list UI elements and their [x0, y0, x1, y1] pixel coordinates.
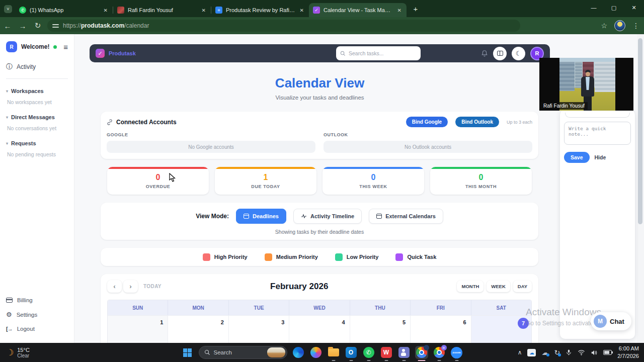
info-icon: ⓘ	[6, 62, 13, 71]
tab-close-icon[interactable]: ✕	[299, 8, 305, 13]
microphone-icon[interactable]	[566, 349, 572, 356]
calendar-cell-feb-3[interactable]: 3	[228, 315, 289, 343]
layout-toggle-button[interactable]	[493, 47, 507, 60]
stat-bar	[323, 167, 424, 169]
browser-menu-icon[interactable]: ⋮	[632, 22, 640, 30]
onedrive-icon[interactable]: ☁	[527, 349, 536, 356]
sidebar-menu-icon[interactable]: ≡	[63, 43, 68, 51]
view-mode-activity-timeline-button[interactable]: Activity Timeline	[293, 209, 362, 224]
browser-profile-avatar[interactable]	[614, 20, 625, 31]
user-avatar[interactable]: R	[6, 41, 17, 52]
tab-produtask-review[interactable]: ≡ Produtask Review by Rafi - Goo ✕	[211, 3, 309, 17]
taskbar-clock[interactable]: 6:00 AM 2/7/2026	[617, 345, 639, 360]
maximize-button[interactable]: ▢	[604, 0, 624, 15]
task-search[interactable]	[336, 46, 421, 60]
stat-card-due-today[interactable]: 1 DUE TODAY	[215, 167, 316, 195]
forward-icon[interactable]: →	[15, 22, 30, 30]
day-view-button[interactable]: DAY	[513, 281, 532, 292]
tab-calendar-view-active[interactable]: ✓ Calendar View - Task Manager ✕	[309, 3, 407, 17]
chat-bubble[interactable]: M Chat	[591, 312, 631, 330]
legend-item-medium: Medium Priority	[265, 253, 318, 261]
calendar-cell-feb-6[interactable]: 6	[410, 315, 470, 343]
sidebar-item-billing[interactable]: Billing	[6, 297, 68, 303]
week-view-button[interactable]: WEEK	[487, 281, 510, 292]
tab-rafi[interactable]: Rafi Fardin Yousuf ✕	[113, 3, 211, 17]
file-explorer-taskbar-icon[interactable]	[327, 346, 340, 359]
bookmark-star-icon[interactable]: ☆	[601, 22, 607, 30]
taskbar-search[interactable]: Search	[199, 346, 287, 359]
edge-taskbar-icon[interactable]	[292, 346, 305, 359]
tab-close-icon[interactable]: ✕	[103, 8, 109, 13]
requests-header[interactable]: ▾ Requests	[6, 140, 68, 146]
chrome-active-taskbar-icon[interactable]	[415, 346, 428, 359]
sidebar-section-requests: ▾ Requests No pending requests	[6, 140, 68, 162]
taskbar-weather[interactable]: ☽ 15°C Clear	[6, 347, 30, 358]
button-label: Activity Timeline	[310, 213, 354, 219]
wps-taskbar-icon[interactable]: W	[380, 346, 393, 359]
dark-mode-button[interactable]: ☾	[512, 47, 525, 60]
chrome-alt-taskbar-icon[interactable]: R	[433, 346, 446, 359]
direct-messages-header[interactable]: ▾ Direct Messages	[6, 114, 68, 120]
tab-close-icon[interactable]: ✕	[396, 8, 403, 13]
stat-card-this-week[interactable]: 0 THIS WEEK	[323, 167, 424, 195]
next-month-button[interactable]: ›	[123, 280, 138, 293]
prev-month-button[interactable]: ‹	[107, 280, 122, 293]
tray-chevron-up-icon[interactable]: ∧	[518, 349, 522, 356]
stat-bar	[430, 167, 532, 169]
search-input[interactable]	[349, 50, 409, 56]
wifi-icon[interactable]	[578, 349, 585, 355]
teams-taskbar-icon[interactable]	[397, 346, 411, 359]
scrollbar-thumb[interactable]	[638, 38, 642, 224]
workspaces-header[interactable]: ▾ Workspaces	[6, 88, 68, 94]
tab-close-icon[interactable]: ✕	[201, 8, 207, 13]
stat-card-this-month[interactable]: 0 THIS MONTH	[430, 167, 532, 195]
bind-outlook-button[interactable]: Bind Outlook	[455, 117, 499, 127]
calendar-cell-feb-5[interactable]: 5	[350, 315, 410, 343]
battery-icon[interactable]	[603, 350, 612, 355]
search-label: Search	[214, 349, 264, 355]
brand-name[interactable]: Produtask	[109, 50, 136, 56]
minimize-button[interactable]: —	[584, 0, 604, 15]
calendar-cell-feb-7-today[interactable]: 7	[471, 315, 531, 343]
credit-card-icon	[6, 298, 13, 303]
calendar-icon	[244, 214, 249, 219]
volume-icon[interactable]	[591, 349, 598, 356]
back-icon[interactable]: ←	[0, 22, 15, 30]
sync-icon[interactable]: ↻	[554, 348, 560, 356]
sidebar-item-settings[interactable]: ⚙ Settings	[6, 311, 68, 318]
site-settings-icon[interactable]	[52, 23, 59, 29]
bind-google-button[interactable]: Bind Google	[406, 117, 448, 127]
page-scrollbar[interactable]	[637, 34, 644, 343]
stat-label: DUE TODAY	[215, 184, 316, 189]
calendar-cell-feb-2[interactable]: 2	[168, 315, 228, 343]
view-mode-external-calendars-button[interactable]: External Calendars	[369, 209, 443, 224]
refresh-icon[interactable]: ↻	[30, 21, 45, 30]
save-button[interactable]: Save	[564, 152, 590, 163]
whatsapp-icon: ✆	[363, 347, 374, 358]
view-mode-deadlines-button[interactable]: Deadlines	[236, 209, 286, 224]
new-tab-button[interactable]: +	[410, 3, 422, 15]
calendar-cell-feb-4[interactable]: 4	[289, 315, 349, 343]
sidebar-item-activity[interactable]: ⓘ Activity	[6, 62, 68, 71]
tab-search-chevron-icon[interactable]: ˅	[4, 5, 12, 13]
close-button[interactable]: ✕	[624, 0, 644, 15]
whatsapp-taskbar-icon[interactable]: ✆	[362, 346, 375, 359]
today-button[interactable]: TODAY	[143, 284, 162, 289]
calendar-cell-feb-1[interactable]: 1	[108, 315, 168, 343]
hide-button[interactable]: Hide	[595, 154, 606, 160]
windows-start-button[interactable]	[181, 346, 194, 359]
sidebar-item-logout[interactable]: [→ Logout	[6, 326, 68, 332]
cloud-sync-icon[interactable]: ☁	[541, 348, 548, 356]
tab-whatsapp[interactable]: ✆ (1) WhatsApp ✕	[15, 3, 113, 17]
calendar-icon	[376, 214, 382, 219]
outlook-taskbar-icon[interactable]: O	[345, 346, 358, 359]
month-view-button[interactable]: MONTH	[457, 281, 484, 292]
address-bar[interactable]: https://produtask.com/calendar	[47, 20, 520, 32]
stat-card-overdue[interactable]: 0 OVERDUE	[107, 167, 209, 195]
zoom-taskbar-icon[interactable]: zoom	[450, 346, 463, 359]
legend-label: Low Priority	[347, 254, 379, 260]
quick-note-input[interactable]	[564, 122, 631, 145]
bell-icon[interactable]	[481, 50, 488, 57]
sidebar: R Welcome! ≡ ⓘ Activity ▾ Workspaces No …	[0, 34, 74, 343]
copilot-taskbar-icon[interactable]	[309, 346, 323, 359]
